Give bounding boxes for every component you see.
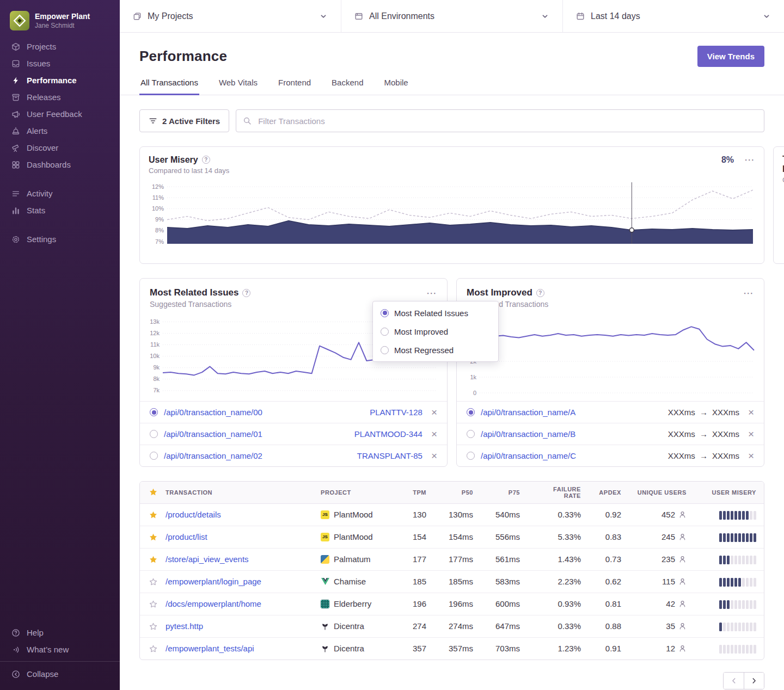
tab-web-vitals[interactable]: Web Vitals bbox=[218, 78, 259, 95]
star-icon[interactable] bbox=[149, 644, 158, 654]
star-icon[interactable] bbox=[149, 488, 158, 497]
transaction-link[interactable]: /product/list bbox=[166, 532, 207, 541]
transaction-link[interactable]: /api/0/transaction_name/C bbox=[481, 451, 668, 460]
star-icon[interactable] bbox=[149, 555, 158, 564]
improved-transactions-chart: 2k1k0 bbox=[461, 314, 756, 397]
sidebar-item-discover[interactable]: Discover bbox=[0, 139, 120, 156]
close-icon[interactable]: × bbox=[748, 429, 754, 439]
menu-item-most-related-issues[interactable]: Most Related Issues bbox=[373, 304, 498, 322]
svg-text:12k: 12k bbox=[150, 330, 160, 336]
close-icon[interactable]: × bbox=[431, 451, 437, 461]
sidebar-item-what-s-new[interactable]: What’s new bbox=[0, 641, 120, 658]
sidebar-item-stats[interactable]: Stats bbox=[0, 202, 120, 219]
transaction-link[interactable]: /api/0/transaction_name/B bbox=[481, 429, 668, 439]
radio-button[interactable] bbox=[150, 408, 158, 416]
transaction-link[interactable]: /api/0/transaction_name/01 bbox=[164, 429, 354, 439]
star-icon[interactable] bbox=[149, 533, 158, 542]
project-name: PlantMood bbox=[334, 532, 373, 541]
star-icon[interactable] bbox=[149, 622, 158, 631]
sidebar-item-dashboards[interactable]: Dashboards bbox=[0, 156, 120, 173]
next-page-button[interactable] bbox=[744, 673, 764, 689]
sidebar-item-performance[interactable]: Performance bbox=[0, 72, 120, 89]
radio-button[interactable] bbox=[150, 430, 158, 438]
sidebar-item-collapse[interactable]: Collapse bbox=[0, 666, 120, 682]
my-projects-selector[interactable]: My Projects bbox=[120, 0, 341, 32]
sidebar-item-issues[interactable]: Issues bbox=[0, 55, 120, 72]
transaction-filter-input[interactable] bbox=[236, 109, 764, 132]
person-icon bbox=[678, 644, 687, 652]
unique-users-value: 452 bbox=[661, 510, 675, 519]
close-icon[interactable]: × bbox=[431, 429, 437, 439]
star-icon[interactable] bbox=[149, 577, 158, 587]
tab-backend[interactable]: Backend bbox=[330, 78, 364, 95]
all-environments-selector[interactable]: All Environments bbox=[341, 0, 563, 32]
issue-link[interactable]: PLANTMOOD-344 bbox=[354, 429, 422, 439]
related-transaction-row: /api/0/transaction_name/02TRANSPLANT-85× bbox=[140, 445, 447, 466]
transaction-link[interactable]: /api/0/transaction_name/A bbox=[481, 408, 668, 417]
transaction-link[interactable]: pytest.http bbox=[166, 621, 203, 631]
menu-item-most-improved[interactable]: Most Improved bbox=[373, 322, 498, 341]
card-subtitle: Compared to last 14 days bbox=[149, 167, 755, 175]
ellipsis-button[interactable]: ⋯ bbox=[426, 288, 437, 298]
user-misery-bars bbox=[719, 511, 756, 520]
svg-text:0: 0 bbox=[473, 390, 476, 396]
sidebar-item-help[interactable]: Help bbox=[0, 624, 120, 641]
transaction-link[interactable]: /docs/empowerplant/home bbox=[166, 599, 261, 608]
sidebar-item-releases[interactable]: Releases bbox=[0, 89, 120, 106]
tpm-value: 154 bbox=[395, 526, 434, 548]
card-title: Most Related Issues bbox=[150, 287, 238, 298]
tab-frontend[interactable]: Frontend bbox=[277, 78, 312, 95]
column-header-project[interactable]: PROJECT bbox=[313, 482, 395, 503]
star-icon[interactable] bbox=[149, 510, 158, 520]
org-logo-icon bbox=[10, 11, 29, 30]
sidebar-item-activity[interactable]: Activity bbox=[0, 185, 120, 202]
main-area: My ProjectsAll EnvironmentsLast 14 days … bbox=[120, 0, 784, 690]
transaction-link[interactable]: /empowerplant/login_page bbox=[166, 577, 261, 586]
radio-button[interactable] bbox=[467, 408, 475, 416]
help-icon[interactable]: ? bbox=[536, 289, 544, 297]
prev-page-button[interactable] bbox=[724, 673, 744, 689]
filter-row: 2 Active Filters bbox=[139, 109, 764, 132]
column-header-transaction[interactable]: TRANSACTION bbox=[158, 482, 313, 503]
sidebar-item-alerts[interactable]: Alerts bbox=[0, 122, 120, 139]
active-filters-button[interactable]: 2 Active Filters bbox=[139, 109, 229, 132]
transaction-link[interactable]: /product/details bbox=[166, 510, 221, 519]
tab-mobile[interactable]: Mobile bbox=[383, 78, 409, 95]
org-switcher[interactable]: Empower Plant Jane Schmidt bbox=[0, 10, 120, 38]
ellipsis-button[interactable]: ⋯ bbox=[743, 288, 754, 298]
discover-icon bbox=[11, 144, 21, 152]
column-header-tpm[interactable]: TPM bbox=[395, 482, 434, 503]
radio-button[interactable] bbox=[467, 430, 475, 438]
transaction-link[interactable]: /api/0/transaction_name/02 bbox=[164, 451, 357, 460]
menu-item-most-regressed[interactable]: Most Regressed bbox=[373, 341, 498, 359]
radio-button[interactable] bbox=[467, 452, 475, 460]
sidebar-item-projects[interactable]: Projects bbox=[0, 38, 120, 55]
transaction-link[interactable]: /empowerplant_tests/api bbox=[166, 644, 254, 653]
column-header-p50[interactable]: P50 bbox=[434, 482, 481, 503]
column-header-p75[interactable]: P75 bbox=[481, 482, 528, 503]
close-icon[interactable]: × bbox=[748, 407, 754, 417]
close-icon[interactable]: × bbox=[431, 407, 437, 417]
svg-text:10%: 10% bbox=[152, 205, 164, 212]
column-header-user-misery[interactable]: USER MISERY bbox=[694, 482, 764, 503]
column-header-apdex[interactable]: APDEX bbox=[589, 482, 629, 503]
column-header-unique-users[interactable]: UNIQUE USERS bbox=[629, 482, 694, 503]
view-trends-button[interactable]: View Trends bbox=[697, 46, 764, 67]
close-icon[interactable]: × bbox=[748, 451, 754, 461]
column-header-failure-rate[interactable]: FAILURE RATE bbox=[528, 482, 589, 503]
sidebar-item-settings[interactable]: Settings bbox=[0, 231, 120, 248]
p50-value: 177ms bbox=[434, 548, 481, 570]
tab-all-transactions[interactable]: All Transactions bbox=[139, 78, 199, 95]
transaction-link[interactable]: /store/api_view_events bbox=[166, 555, 249, 564]
star-icon[interactable] bbox=[149, 600, 158, 609]
ellipsis-button[interactable]: ⋯ bbox=[744, 155, 755, 165]
issue-link[interactable]: TRANSPLANT-85 bbox=[357, 451, 422, 460]
help-icon[interactable]: ? bbox=[242, 289, 250, 297]
search-field bbox=[236, 109, 764, 132]
issue-link[interactable]: PLANTTV-128 bbox=[370, 408, 422, 417]
last-14-days-selector[interactable]: Last 14 days bbox=[563, 0, 784, 32]
sidebar-item-user-feedback[interactable]: User Feedback bbox=[0, 106, 120, 122]
transaction-link[interactable]: /api/0/transaction_name/00 bbox=[164, 408, 370, 417]
radio-button[interactable] bbox=[150, 452, 158, 460]
help-icon[interactable]: ? bbox=[202, 156, 210, 164]
